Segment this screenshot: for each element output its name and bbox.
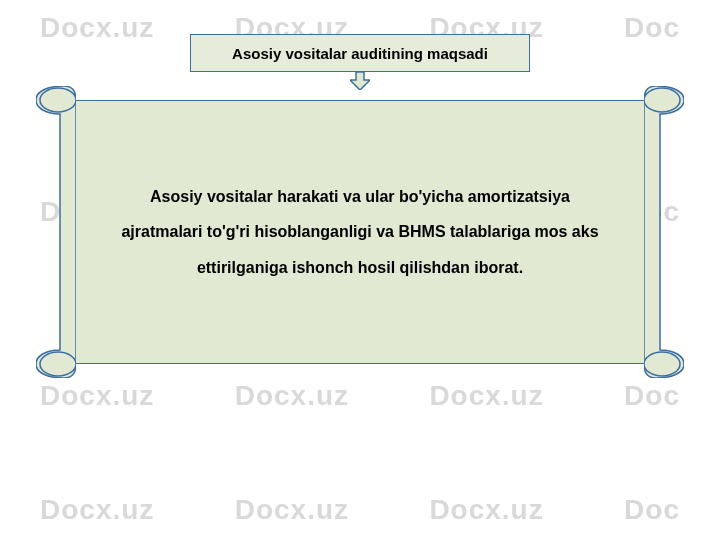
watermark-text: Docx.uz [429, 380, 543, 412]
watermark-text: Docx.uz [235, 494, 349, 526]
svg-point-0 [40, 88, 76, 112]
scroll-panel: Asosiy vositalar harakati va ular bo'yic… [36, 100, 684, 364]
svg-point-2 [644, 88, 680, 112]
watermark-row: Docx.uz Docx.uz Docx.uz Doc [0, 380, 720, 412]
svg-point-3 [644, 352, 680, 376]
watermark-text: Docx.uz [40, 12, 154, 44]
watermark-text: Docx.uz [40, 380, 154, 412]
arrow-down-icon [350, 72, 370, 90]
scroll-body: Asosiy vositalar harakati va ular bo'yic… [64, 100, 656, 364]
title-box: Asosiy vositalar auditining maqsadi [190, 34, 530, 72]
watermark-text: Doc [624, 380, 680, 412]
scroll-curl-left-icon [36, 86, 76, 378]
watermark-text: Docx.uz [429, 494, 543, 526]
title-text: Asosiy vositalar auditining maqsadi [232, 45, 488, 62]
svg-point-1 [40, 352, 76, 376]
watermark-text: Doc [624, 494, 680, 526]
watermark-text: Doc [624, 12, 680, 44]
watermark-row: Docx.uz Docx.uz Docx.uz Doc [0, 494, 720, 526]
watermark-text: Docx.uz [235, 380, 349, 412]
watermark-text: Docx.uz [40, 494, 154, 526]
body-text: Asosiy vositalar harakati va ular bo'yic… [114, 179, 606, 285]
scroll-curl-right-icon [644, 86, 684, 378]
